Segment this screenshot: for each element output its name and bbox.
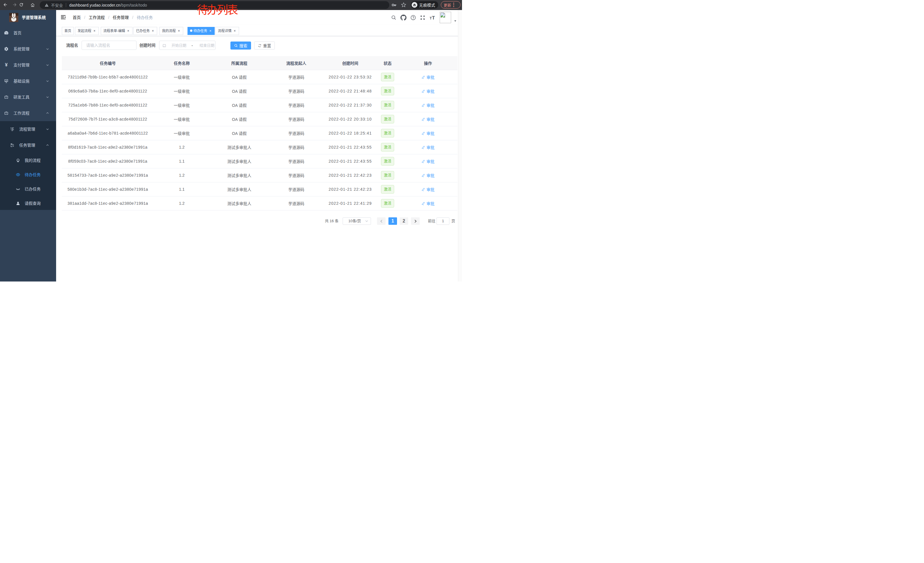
svg-text:T: T	[430, 17, 432, 20]
svg-text:T: T	[432, 15, 435, 20]
